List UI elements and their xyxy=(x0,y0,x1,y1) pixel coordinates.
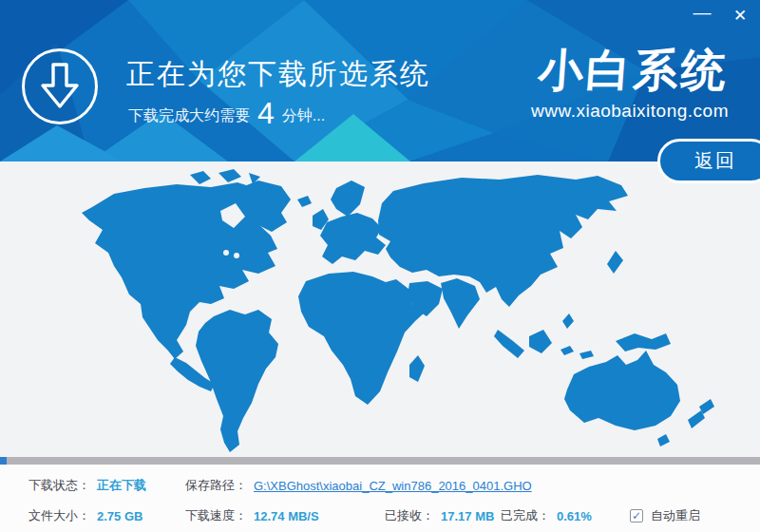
download-progress-bar xyxy=(0,457,760,465)
eta-suffix: 分钟... xyxy=(282,106,325,126)
world-map xyxy=(0,162,760,457)
auto-restart-checkbox[interactable] xyxy=(630,509,643,522)
speed-label: 下载速度： xyxy=(185,507,247,524)
close-button[interactable]: ✕ xyxy=(728,4,752,27)
speed-group: 下载速度： 12.74 MB/S xyxy=(185,507,319,524)
app-window: — ✕ 正在为您下载所选系统 下载完成大约需要 4 分钟... 小白系统 www… xyxy=(0,0,760,532)
save-path-label: 保存路径： xyxy=(185,477,247,494)
eta-text: 下载完成大约需要 4 分钟... xyxy=(128,100,325,126)
received-group: 已接收： 17.17 MB xyxy=(385,507,494,524)
completed-label: 已完成： xyxy=(501,507,550,524)
status-bar: 下载状态： 正在下载 保存路径： G:\XBGhost\xiaobai_CZ_w… xyxy=(0,465,760,532)
save-path-link[interactable]: G:\XBGhost\xiaobai_CZ_win786_2016_0401.G… xyxy=(254,479,532,493)
save-path-group: 保存路径： G:\XBGhost\xiaobai_CZ_win786_2016_… xyxy=(185,477,532,494)
received-label: 已接收： xyxy=(385,507,434,524)
file-size-group: 文件大小： 2.75 GB xyxy=(28,507,142,524)
download-status-group: 下载状态： 正在下载 xyxy=(28,477,146,494)
map-canvas xyxy=(0,162,760,457)
completed-value: 0.61% xyxy=(557,509,592,523)
window-controls: — ✕ xyxy=(690,4,752,27)
header-banner: — ✕ 正在为您下载所选系统 下载完成大约需要 4 分钟... 小白系统 www… xyxy=(0,0,760,162)
file-size-value: 2.75 GB xyxy=(97,509,142,523)
progress-fill xyxy=(0,457,7,465)
brand-block: 小白系统 www.xiaobaixitong.com xyxy=(531,46,729,122)
eta-minutes: 4 xyxy=(257,100,275,126)
received-value: 17.17 MB xyxy=(441,509,494,523)
minimize-button[interactable]: — xyxy=(690,4,714,27)
brand-logo: 小白系统 xyxy=(529,46,731,95)
page-title: 正在为您下载所选系统 xyxy=(126,55,430,94)
auto-restart-group: 自动重启 xyxy=(630,507,700,524)
download-status-label: 下载状态： xyxy=(28,477,90,494)
completed-group: 已完成： 0.61% xyxy=(501,507,592,524)
auto-restart-label: 自动重启 xyxy=(651,507,700,524)
eta-prefix: 下载完成大约需要 xyxy=(128,106,250,126)
brand-website: www.xiaobaixitong.com xyxy=(531,101,729,122)
back-button[interactable]: 返回 xyxy=(657,139,760,183)
download-icon xyxy=(22,48,98,124)
speed-value: 12.74 MB/S xyxy=(254,509,319,523)
file-size-label: 文件大小： xyxy=(28,507,90,524)
download-status-value: 正在下载 xyxy=(97,477,146,494)
